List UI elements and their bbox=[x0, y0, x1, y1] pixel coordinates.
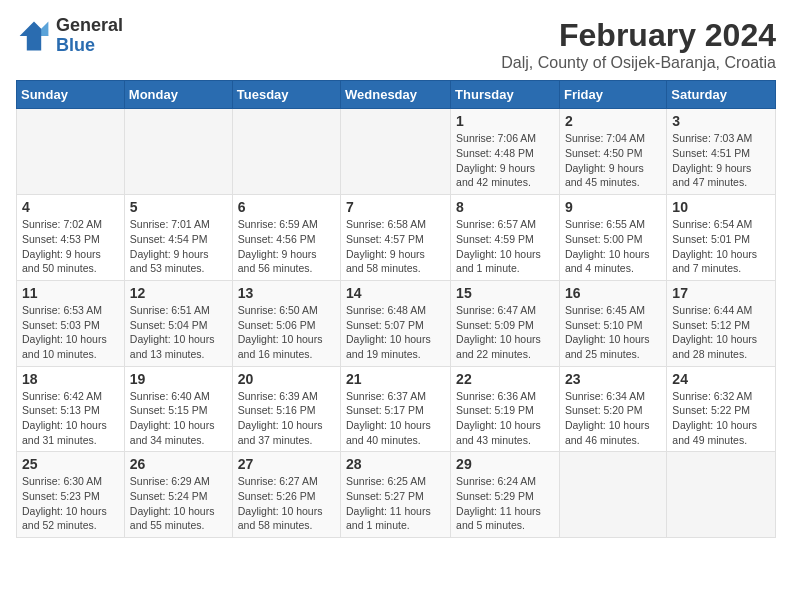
day-number: 9 bbox=[565, 199, 661, 215]
day-info: Sunrise: 6:45 AM Sunset: 5:10 PM Dayligh… bbox=[565, 303, 661, 362]
calendar-cell: 18Sunrise: 6:42 AM Sunset: 5:13 PM Dayli… bbox=[17, 366, 125, 452]
day-info: Sunrise: 6:39 AM Sunset: 5:16 PM Dayligh… bbox=[238, 389, 335, 448]
calendar-cell: 21Sunrise: 6:37 AM Sunset: 5:17 PM Dayli… bbox=[341, 366, 451, 452]
day-number: 20 bbox=[238, 371, 335, 387]
day-info: Sunrise: 6:51 AM Sunset: 5:04 PM Dayligh… bbox=[130, 303, 227, 362]
day-info: Sunrise: 6:34 AM Sunset: 5:20 PM Dayligh… bbox=[565, 389, 661, 448]
header-cell-monday: Monday bbox=[124, 81, 232, 109]
calendar-cell: 27Sunrise: 6:27 AM Sunset: 5:26 PM Dayli… bbox=[232, 452, 340, 538]
day-info: Sunrise: 6:53 AM Sunset: 5:03 PM Dayligh… bbox=[22, 303, 119, 362]
logo: General Blue bbox=[16, 16, 123, 56]
day-info: Sunrise: 6:57 AM Sunset: 4:59 PM Dayligh… bbox=[456, 217, 554, 276]
day-info: Sunrise: 6:59 AM Sunset: 4:56 PM Dayligh… bbox=[238, 217, 335, 276]
calendar-cell bbox=[232, 109, 340, 195]
main-title: February 2024 bbox=[501, 16, 776, 54]
logo-icon bbox=[16, 18, 52, 54]
calendar-cell: 28Sunrise: 6:25 AM Sunset: 5:27 PM Dayli… bbox=[341, 452, 451, 538]
week-row-1: 1Sunrise: 7:06 AM Sunset: 4:48 PM Daylig… bbox=[17, 109, 776, 195]
calendar-header: SundayMondayTuesdayWednesdayThursdayFrid… bbox=[17, 81, 776, 109]
calendar-cell: 16Sunrise: 6:45 AM Sunset: 5:10 PM Dayli… bbox=[559, 280, 666, 366]
day-info: Sunrise: 6:42 AM Sunset: 5:13 PM Dayligh… bbox=[22, 389, 119, 448]
header-cell-friday: Friday bbox=[559, 81, 666, 109]
logo-general-text: General bbox=[56, 16, 123, 36]
calendar-cell: 20Sunrise: 6:39 AM Sunset: 5:16 PM Dayli… bbox=[232, 366, 340, 452]
day-info: Sunrise: 6:55 AM Sunset: 5:00 PM Dayligh… bbox=[565, 217, 661, 276]
calendar-cell: 3Sunrise: 7:03 AM Sunset: 4:51 PM Daylig… bbox=[667, 109, 776, 195]
day-number: 14 bbox=[346, 285, 445, 301]
day-number: 27 bbox=[238, 456, 335, 472]
day-number: 28 bbox=[346, 456, 445, 472]
calendar-body: 1Sunrise: 7:06 AM Sunset: 4:48 PM Daylig… bbox=[17, 109, 776, 538]
day-info: Sunrise: 7:03 AM Sunset: 4:51 PM Dayligh… bbox=[672, 131, 770, 190]
day-info: Sunrise: 6:24 AM Sunset: 5:29 PM Dayligh… bbox=[456, 474, 554, 533]
page-header: General Blue February 2024 Dalj, County … bbox=[16, 16, 776, 72]
day-number: 22 bbox=[456, 371, 554, 387]
day-number: 24 bbox=[672, 371, 770, 387]
calendar-cell: 2Sunrise: 7:04 AM Sunset: 4:50 PM Daylig… bbox=[559, 109, 666, 195]
subtitle: Dalj, County of Osijek-Baranja, Croatia bbox=[501, 54, 776, 72]
day-number: 21 bbox=[346, 371, 445, 387]
day-info: Sunrise: 6:37 AM Sunset: 5:17 PM Dayligh… bbox=[346, 389, 445, 448]
day-info: Sunrise: 6:27 AM Sunset: 5:26 PM Dayligh… bbox=[238, 474, 335, 533]
day-info: Sunrise: 6:25 AM Sunset: 5:27 PM Dayligh… bbox=[346, 474, 445, 533]
day-number: 6 bbox=[238, 199, 335, 215]
calendar-cell bbox=[667, 452, 776, 538]
calendar-cell: 9Sunrise: 6:55 AM Sunset: 5:00 PM Daylig… bbox=[559, 195, 666, 281]
day-number: 8 bbox=[456, 199, 554, 215]
day-info: Sunrise: 6:40 AM Sunset: 5:15 PM Dayligh… bbox=[130, 389, 227, 448]
day-info: Sunrise: 6:29 AM Sunset: 5:24 PM Dayligh… bbox=[130, 474, 227, 533]
day-number: 7 bbox=[346, 199, 445, 215]
day-info: Sunrise: 7:02 AM Sunset: 4:53 PM Dayligh… bbox=[22, 217, 119, 276]
calendar-cell: 1Sunrise: 7:06 AM Sunset: 4:48 PM Daylig… bbox=[451, 109, 560, 195]
week-row-4: 18Sunrise: 6:42 AM Sunset: 5:13 PM Dayli… bbox=[17, 366, 776, 452]
header-cell-thursday: Thursday bbox=[451, 81, 560, 109]
calendar-cell: 6Sunrise: 6:59 AM Sunset: 4:56 PM Daylig… bbox=[232, 195, 340, 281]
calendar-cell: 5Sunrise: 7:01 AM Sunset: 4:54 PM Daylig… bbox=[124, 195, 232, 281]
day-info: Sunrise: 6:32 AM Sunset: 5:22 PM Dayligh… bbox=[672, 389, 770, 448]
calendar-table: SundayMondayTuesdayWednesdayThursdayFrid… bbox=[16, 80, 776, 538]
calendar-cell: 29Sunrise: 6:24 AM Sunset: 5:29 PM Dayli… bbox=[451, 452, 560, 538]
title-block: February 2024 Dalj, County of Osijek-Bar… bbox=[501, 16, 776, 72]
day-info: Sunrise: 6:30 AM Sunset: 5:23 PM Dayligh… bbox=[22, 474, 119, 533]
day-number: 1 bbox=[456, 113, 554, 129]
header-row: SundayMondayTuesdayWednesdayThursdayFrid… bbox=[17, 81, 776, 109]
calendar-cell: 15Sunrise: 6:47 AM Sunset: 5:09 PM Dayli… bbox=[451, 280, 560, 366]
calendar-cell bbox=[17, 109, 125, 195]
logo-blue-text: Blue bbox=[56, 36, 123, 56]
day-number: 19 bbox=[130, 371, 227, 387]
calendar-cell bbox=[124, 109, 232, 195]
calendar-cell: 11Sunrise: 6:53 AM Sunset: 5:03 PM Dayli… bbox=[17, 280, 125, 366]
day-info: Sunrise: 6:58 AM Sunset: 4:57 PM Dayligh… bbox=[346, 217, 445, 276]
day-number: 5 bbox=[130, 199, 227, 215]
week-row-2: 4Sunrise: 7:02 AM Sunset: 4:53 PM Daylig… bbox=[17, 195, 776, 281]
day-number: 23 bbox=[565, 371, 661, 387]
day-number: 29 bbox=[456, 456, 554, 472]
day-number: 18 bbox=[22, 371, 119, 387]
week-row-3: 11Sunrise: 6:53 AM Sunset: 5:03 PM Dayli… bbox=[17, 280, 776, 366]
calendar-cell: 4Sunrise: 7:02 AM Sunset: 4:53 PM Daylig… bbox=[17, 195, 125, 281]
calendar-cell: 26Sunrise: 6:29 AM Sunset: 5:24 PM Dayli… bbox=[124, 452, 232, 538]
calendar-cell bbox=[341, 109, 451, 195]
calendar-cell: 14Sunrise: 6:48 AM Sunset: 5:07 PM Dayli… bbox=[341, 280, 451, 366]
day-info: Sunrise: 6:36 AM Sunset: 5:19 PM Dayligh… bbox=[456, 389, 554, 448]
day-number: 11 bbox=[22, 285, 119, 301]
day-info: Sunrise: 6:50 AM Sunset: 5:06 PM Dayligh… bbox=[238, 303, 335, 362]
day-info: Sunrise: 6:44 AM Sunset: 5:12 PM Dayligh… bbox=[672, 303, 770, 362]
week-row-5: 25Sunrise: 6:30 AM Sunset: 5:23 PM Dayli… bbox=[17, 452, 776, 538]
day-number: 3 bbox=[672, 113, 770, 129]
calendar-cell: 12Sunrise: 6:51 AM Sunset: 5:04 PM Dayli… bbox=[124, 280, 232, 366]
day-number: 12 bbox=[130, 285, 227, 301]
day-number: 2 bbox=[565, 113, 661, 129]
day-number: 17 bbox=[672, 285, 770, 301]
day-number: 10 bbox=[672, 199, 770, 215]
day-info: Sunrise: 7:06 AM Sunset: 4:48 PM Dayligh… bbox=[456, 131, 554, 190]
svg-marker-1 bbox=[41, 21, 48, 35]
day-info: Sunrise: 6:48 AM Sunset: 5:07 PM Dayligh… bbox=[346, 303, 445, 362]
calendar-cell: 8Sunrise: 6:57 AM Sunset: 4:59 PM Daylig… bbox=[451, 195, 560, 281]
calendar-cell: 17Sunrise: 6:44 AM Sunset: 5:12 PM Dayli… bbox=[667, 280, 776, 366]
calendar-cell: 24Sunrise: 6:32 AM Sunset: 5:22 PM Dayli… bbox=[667, 366, 776, 452]
day-number: 13 bbox=[238, 285, 335, 301]
day-number: 4 bbox=[22, 199, 119, 215]
calendar-cell: 23Sunrise: 6:34 AM Sunset: 5:20 PM Dayli… bbox=[559, 366, 666, 452]
day-info: Sunrise: 7:01 AM Sunset: 4:54 PM Dayligh… bbox=[130, 217, 227, 276]
